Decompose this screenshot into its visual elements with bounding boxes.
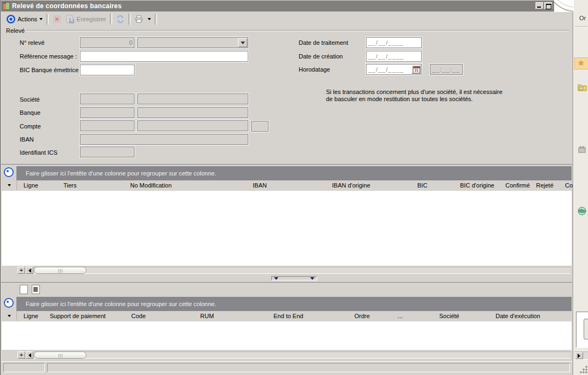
grid1-col-rejete[interactable]: Rejeté <box>536 182 554 189</box>
grid2-scrollbar-row: + <box>1 351 572 359</box>
arrow-left-icon <box>28 268 31 273</box>
application-root: Relevé de coordonnées bancaires Actions <box>0 0 588 375</box>
machine-icon[interactable] <box>578 145 586 154</box>
grid1-col-bic[interactable]: BIC <box>417 182 427 189</box>
actions-label: Actions <box>18 16 37 22</box>
grid1-filter-button[interactable] <box>2 180 17 190</box>
grid1-col-co[interactable]: Co <box>565 182 573 189</box>
grid1-scroll-left-button[interactable] <box>26 267 33 274</box>
grid2-record-icon <box>4 298 14 308</box>
grid1-add-row-button[interactable]: + <box>18 267 25 274</box>
window-titlebar[interactable]: Relevé de coordonnées bancaires <box>1 1 554 11</box>
date-mask: __/__/____ <box>368 39 404 46</box>
grid2-col-ellipsis[interactable]: … <box>397 313 403 319</box>
gr2-col-date-execution[interactable]: Date d'exécution <box>496 313 540 319</box>
edit-document-button[interactable] <box>32 285 40 294</box>
societe-name-input[interactable] <box>137 93 248 104</box>
grid2-add-row-button[interactable]: + <box>18 351 25 359</box>
label-ics: Identifiant ICS <box>20 149 57 156</box>
arrow-left-icon <box>28 353 31 358</box>
grid1-col-ligne[interactable]: Ligne <box>24 182 38 189</box>
maximize-button[interactable] <box>544 2 552 9</box>
grid1-group-hint: Faire glisser ici l'entête d'une colonne… <box>26 170 216 177</box>
grid2-scroll-thumb[interactable] <box>34 351 86 359</box>
date-creation-input[interactable]: __/__/____ <box>366 51 422 62</box>
time-mask: __:__:__ <box>432 66 460 73</box>
grid2-col-code[interactable]: Code <box>131 313 145 319</box>
sidebar-scroll-right-button[interactable] <box>575 352 583 359</box>
resize-grip[interactable] <box>579 365 588 374</box>
actions-menu-button[interactable]: Actions <box>4 13 45 25</box>
grid2-filter-button[interactable] <box>2 311 17 321</box>
grid2-col-societe[interactable]: Société <box>439 313 459 319</box>
horodatage-time-input[interactable]: __:__:__ <box>430 64 463 75</box>
delete-button[interactable] <box>50 13 63 25</box>
grid1-scroll-thumb[interactable] <box>34 267 86 274</box>
status-bar <box>1 361 572 373</box>
actions-icon <box>7 15 15 24</box>
compte-name-input[interactable] <box>137 120 248 131</box>
banque-name-input[interactable] <box>137 107 248 118</box>
calendar-icon: 31 <box>413 66 420 73</box>
grid2-col-rum[interactable]: RUM <box>200 313 214 319</box>
refresh-button[interactable] <box>114 13 127 25</box>
combo-dropdown-button[interactable] <box>238 38 247 47</box>
toolbar-separator <box>129 14 131 25</box>
grid1-col-bic-origine[interactable]: BIC d'origine <box>460 182 494 189</box>
grid1-record-icon <box>4 167 14 177</box>
print-options-button[interactable] <box>145 13 153 25</box>
sidebar-panel-button[interactable] <box>584 319 588 339</box>
compte-extra-input[interactable] <box>251 121 269 132</box>
n-releve-input[interactable]: 0 <box>80 37 135 48</box>
globe-icon[interactable] <box>578 207 586 215</box>
compte-code-input[interactable] <box>80 120 135 131</box>
reference-message-input[interactable] <box>80 51 248 62</box>
save-button[interactable]: Enregistrer <box>63 13 108 25</box>
horizontal-splitter[interactable] <box>1 275 572 282</box>
maximize-icon <box>546 4 551 9</box>
grid2-col-ligne[interactable]: Ligne <box>24 313 38 319</box>
label-compte: Compte <box>20 123 41 130</box>
grid1-body[interactable] <box>2 191 572 266</box>
n-releve-combo[interactable] <box>137 37 248 48</box>
grid2-body[interactable] <box>2 321 572 350</box>
grid2-col-ordre[interactable]: Ordre <box>354 313 370 319</box>
grid2-col-support[interactable]: Support de paiement <box>50 313 106 319</box>
banque-code-input[interactable] <box>80 107 135 118</box>
grid1-col-iban-origine[interactable]: IBAN d'origine <box>332 182 370 189</box>
grid1-scroll-track[interactable] <box>33 267 570 274</box>
grid2-header-row: Ligne Support de paiement Code RUM End t… <box>2 311 572 322</box>
grid-coordonnees-panel: Faire glisser ici l'entête d'une colonne… <box>1 164 572 274</box>
grid2-groupby-bar[interactable]: Faire glisser ici l'entête d'une colonne… <box>16 297 572 311</box>
grid1-col-tiers[interactable]: Tiers <box>63 182 77 189</box>
document-content-icon <box>33 287 38 292</box>
label-reference: Référence message : <box>20 53 77 60</box>
folder-icon[interactable] <box>578 83 587 91</box>
grid1-groupby-bar[interactable]: Faire glisser ici l'entête d'une colonne… <box>16 166 572 180</box>
status-cell-left <box>3 363 45 372</box>
grid1-col-no-modification[interactable]: No Modification <box>130 182 172 189</box>
minimize-icon <box>537 7 541 8</box>
splitter-handle[interactable] <box>271 276 317 280</box>
toolbar-separator <box>110 14 112 25</box>
chevron-down-icon <box>241 42 245 44</box>
collapse-down-icon <box>310 277 315 280</box>
grid2-scroll-track[interactable] <box>33 351 570 359</box>
label-date-traitement: Date de traitement <box>299 39 348 46</box>
bic-emettrice-input[interactable] <box>80 65 135 75</box>
window-title: Relevé de coordonnées bancaires <box>12 2 121 10</box>
minimize-button[interactable] <box>535 2 544 9</box>
print-button[interactable] <box>132 13 145 25</box>
calendar-picker-button[interactable]: 31 <box>411 65 421 74</box>
identifiant-ics-input[interactable] <box>80 147 135 157</box>
societe-code-input[interactable] <box>80 93 135 104</box>
date-traitement-input[interactable]: __/__/____ <box>366 37 422 48</box>
label-societe: Société <box>20 96 40 103</box>
new-document-button[interactable] <box>20 285 28 294</box>
star-icon[interactable]: ★ <box>578 58 585 67</box>
iban-input[interactable] <box>80 134 248 145</box>
grid1-col-iban[interactable]: IBAN <box>253 182 267 189</box>
grid1-col-confirme[interactable]: Confirmé <box>505 182 530 189</box>
grid2-scroll-left-button[interactable] <box>26 351 33 359</box>
grid2-col-endtoend[interactable]: End to End <box>273 313 303 319</box>
